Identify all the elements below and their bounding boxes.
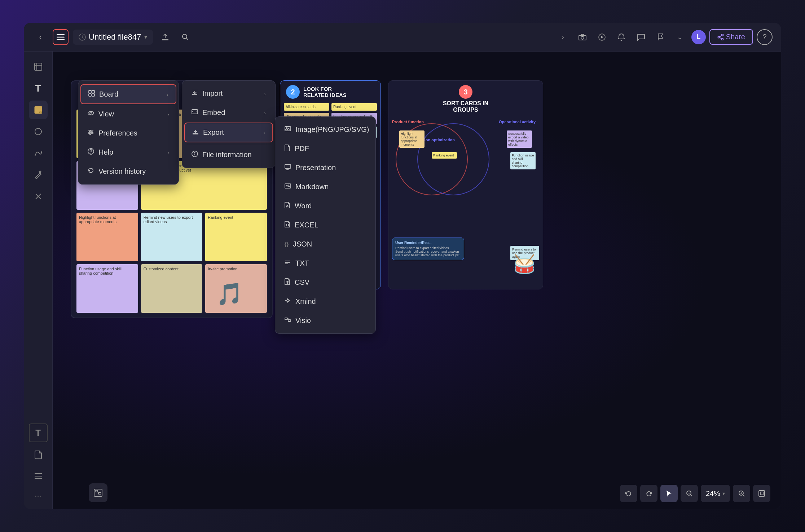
expand-button[interactable]: › bbox=[555, 29, 571, 45]
menu-item-preferences[interactable]: Preferences bbox=[80, 124, 176, 142]
excel-export-icon bbox=[285, 221, 290, 229]
zoom-in-button[interactable] bbox=[733, 485, 750, 502]
menu-item-view[interactable]: View › bbox=[80, 105, 176, 123]
zoom-out-button[interactable] bbox=[681, 485, 698, 502]
export-visio[interactable]: Visio bbox=[277, 311, 373, 330]
share-button[interactable]: Share bbox=[709, 29, 753, 45]
topbar-right: › bbox=[555, 29, 773, 45]
sidebar-icon-list[interactable] bbox=[29, 467, 48, 486]
sticky-8: Ranking event bbox=[205, 213, 267, 261]
svg-rect-22 bbox=[89, 90, 91, 93]
export-csv[interactable]: CSV bbox=[277, 273, 373, 292]
menu-item-board[interactable]: Board › bbox=[80, 84, 176, 104]
import-label: Import bbox=[202, 89, 260, 98]
help-button[interactable]: ? bbox=[757, 29, 773, 45]
fit-view-button[interactable] bbox=[753, 485, 770, 502]
svg-point-33 bbox=[89, 133, 91, 134]
svg-point-10 bbox=[721, 38, 723, 40]
sticky-r1: All-in-screen cards bbox=[284, 103, 329, 111]
svg-point-31 bbox=[89, 130, 91, 132]
export-json[interactable]: {} JSON bbox=[277, 235, 373, 253]
main-area: T bbox=[24, 52, 781, 509]
file-info-icon bbox=[192, 151, 198, 159]
sidebar-icon-connect[interactable] bbox=[29, 187, 48, 206]
svg-rect-74 bbox=[98, 492, 101, 494]
sidebar-icon-shape[interactable] bbox=[29, 122, 48, 141]
xmind-export-icon bbox=[285, 297, 291, 306]
cursor-button[interactable] bbox=[660, 485, 678, 502]
sidebar-icon-textbox[interactable]: T bbox=[29, 424, 48, 442]
view-label: View bbox=[98, 110, 163, 118]
search-button[interactable] bbox=[177, 29, 193, 45]
sidebar-icon-text[interactable]: T bbox=[29, 79, 48, 98]
secondary-divider bbox=[186, 144, 271, 144]
export-markdown[interactable]: Markdown bbox=[277, 178, 373, 196]
export-txt[interactable]: TXT bbox=[277, 254, 373, 272]
export-pdf[interactable]: PDF bbox=[277, 139, 373, 158]
export-image[interactable]: Image(PNG/JPG/SVG) bbox=[277, 120, 373, 139]
more-options[interactable]: ··· bbox=[32, 488, 44, 504]
txt-export-label: TXT bbox=[295, 259, 366, 267]
view-arrow: › bbox=[167, 111, 169, 117]
file-title[interactable]: Untitled file847 ▾ bbox=[73, 30, 153, 45]
image-export-icon bbox=[285, 125, 291, 134]
menu-item-embed[interactable]: Embed › bbox=[184, 103, 273, 122]
svg-rect-24 bbox=[89, 94, 91, 96]
canvas-area[interactable]: RECORD IDEASUSING CARDS How to collect a… bbox=[53, 52, 781, 509]
export-xmind[interactable]: Xmind bbox=[277, 292, 373, 311]
bell-button[interactable] bbox=[613, 29, 629, 45]
word-export-label: Word bbox=[295, 202, 366, 210]
svg-rect-2 bbox=[57, 39, 65, 40]
card-title-2: LOOK FORRELATED IDEAS bbox=[303, 86, 347, 98]
zoom-display[interactable]: 24% ▾ bbox=[701, 485, 730, 502]
sidebar-icon-pen[interactable] bbox=[29, 165, 48, 184]
sort-sticky-4: Function usage and skill sharing competi… bbox=[510, 152, 536, 169]
export-presentation[interactable]: Presentation bbox=[277, 159, 373, 177]
export-label: Export bbox=[203, 128, 259, 137]
board-icon bbox=[88, 90, 95, 98]
menu-item-file-info[interactable]: File information bbox=[184, 146, 273, 164]
chat-button[interactable] bbox=[633, 29, 649, 45]
file-info-label: File information bbox=[202, 151, 266, 159]
json-export-icon: {} bbox=[285, 241, 289, 247]
undo-button[interactable] bbox=[620, 485, 637, 502]
menu-item-version-history[interactable]: Version history bbox=[80, 162, 176, 181]
svg-point-32 bbox=[91, 132, 93, 133]
export-excel[interactable]: EXCEL bbox=[277, 216, 373, 234]
image-export-label: Image(PNG/JPG/SVG) bbox=[295, 125, 369, 134]
menu-item-help[interactable]: Help › bbox=[80, 143, 176, 161]
sidebar-icon-sticky[interactable] bbox=[29, 101, 48, 119]
svg-point-9 bbox=[721, 34, 723, 36]
illustration-2: 🥁 bbox=[513, 254, 536, 275]
camera-icon-btn[interactable] bbox=[575, 29, 590, 45]
back-button[interactable]: ‹ bbox=[32, 29, 48, 45]
card-title-3: SORT CARDS INGROUPS bbox=[388, 100, 543, 113]
play-button[interactable] bbox=[594, 29, 610, 45]
flag-button[interactable] bbox=[652, 29, 668, 45]
embed-arrow: › bbox=[264, 110, 266, 116]
chevron-down-button[interactable]: ⌄ bbox=[672, 29, 688, 45]
markdown-export-label: Markdown bbox=[295, 183, 366, 191]
export-word[interactable]: Word bbox=[277, 197, 373, 215]
label-product: Product function bbox=[392, 120, 424, 124]
menu-item-import[interactable]: Import › bbox=[184, 84, 273, 103]
redo-button[interactable] bbox=[640, 485, 657, 502]
avatar[interactable]: L bbox=[691, 30, 706, 44]
sticky-r2: Ranking event bbox=[331, 103, 377, 111]
sidebar-icon-document[interactable] bbox=[29, 445, 48, 464]
step-number-2: 2 bbox=[286, 85, 300, 99]
minimap-button[interactable] bbox=[89, 483, 107, 502]
upload-button[interactable] bbox=[157, 29, 173, 45]
menu-button[interactable] bbox=[53, 29, 69, 45]
svg-rect-40 bbox=[285, 127, 291, 131]
board-arrow: › bbox=[167, 92, 168, 97]
menu-item-export[interactable]: Export › bbox=[184, 123, 273, 142]
sidebar-icon-frame[interactable] bbox=[29, 57, 48, 76]
bottom-bar: 24% ▾ bbox=[620, 485, 770, 502]
svg-rect-11 bbox=[35, 63, 42, 70]
svg-rect-73 bbox=[95, 490, 98, 492]
sidebar-icon-curve[interactable] bbox=[29, 144, 48, 163]
export-submenu: Image(PNG/JPG/SVG) PDF bbox=[275, 116, 376, 334]
svg-rect-23 bbox=[92, 90, 94, 93]
svg-rect-62 bbox=[288, 320, 291, 322]
